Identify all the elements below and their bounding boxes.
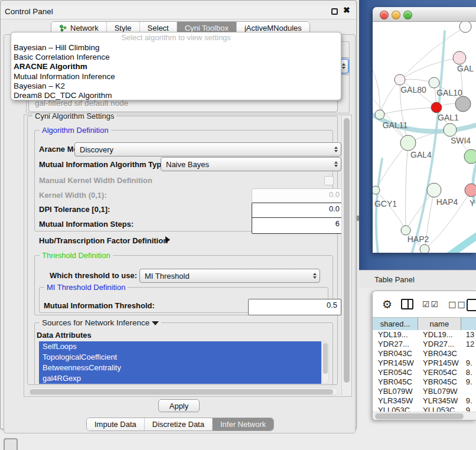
algorithm-dropdown-items: Bayesian – Hill ClimbingBasic Correlatio… (11, 43, 341, 100)
close-window-icon[interactable] (380, 11, 389, 19)
attribute-item[interactable]: SelfLoops (39, 341, 321, 352)
spinner-icon (331, 146, 341, 152)
table-cell: 9. (461, 396, 476, 406)
table-cell: YER054C (418, 368, 461, 377)
network-node[interactable] (373, 186, 380, 194)
network-node[interactable] (465, 184, 476, 197)
split-columns-icon[interactable] (401, 299, 413, 309)
mi-steps-field[interactable]: 6 (252, 217, 344, 234)
mi-threshold-field[interactable]: 0.5 (248, 299, 341, 315)
network-graph: GALGAL80GAL10GAL1GAL11SWI4GAL4GCY1HAP4YH… (373, 22, 476, 253)
algorithm-option[interactable]: Bayesian – Hill Climbing (11, 43, 341, 53)
sources-group-title[interactable]: Sources for Network Inference (40, 318, 161, 327)
table-horizontal-scrollbar-thumb[interactable] (375, 413, 464, 419)
tab-impute-data[interactable]: Impute Data (87, 418, 145, 431)
settings-horizontal-scrollbar[interactable] (27, 387, 338, 395)
which-threshold-select[interactable]: MI Threshold (139, 269, 320, 283)
network-node-label: Y (470, 198, 475, 208)
algorithm-option[interactable]: ARACNE Algorithm (11, 62, 341, 71)
hub-section-label[interactable]: Hub/Transcription Factor Definition (39, 236, 168, 245)
expand-arrow-icon[interactable] (165, 236, 170, 243)
attributes-scrollbar[interactable] (321, 341, 329, 384)
network-node[interactable] (453, 51, 466, 64)
network-node[interactable] (427, 183, 441, 197)
table-panel-title: Table Panel (374, 275, 415, 284)
table-row[interactable]: YLR345WYLR345W9. (373, 396, 476, 406)
close-panel-icon[interactable]: ✖ (343, 5, 350, 15)
unchecked-columns-icon[interactable]: □□ (448, 299, 466, 309)
control-panel-title: Control Panel (5, 7, 53, 16)
gear-icon[interactable]: ⚙ (382, 298, 392, 311)
column-header[interactable]: A (461, 317, 476, 331)
table-row[interactable]: YDL19...YDL19...13 (373, 330, 476, 340)
network-node[interactable] (455, 96, 471, 112)
network-node[interactable] (400, 135, 416, 151)
float-panel-icon[interactable] (331, 8, 338, 15)
network-window-titlebar[interactable] (373, 7, 476, 22)
aracne-mode-value: Discovery (80, 145, 113, 154)
minimize-window-icon[interactable] (392, 11, 400, 19)
network-node[interactable] (459, 22, 471, 32)
mi-type-value: Naive Bayes (166, 160, 209, 169)
algorithm-option[interactable]: Basic Correlation Inference (11, 53, 341, 62)
table-row[interactable]: YPR145WYPR145W9. (373, 358, 476, 368)
network-edge[interactable] (380, 107, 436, 115)
manual-kernel-checkbox[interactable] (324, 176, 334, 185)
network-node[interactable] (429, 77, 439, 88)
column-header[interactable]: name (418, 317, 461, 331)
application-screen: Control Panel ✖ NetworkStyleSelectCyni T… (0, 0, 476, 450)
control-panel-titlebar[interactable] (1, 5, 356, 19)
column-header[interactable]: shared... (373, 317, 418, 331)
panel-splitter-handle[interactable] (357, 216, 359, 221)
network-node[interactable] (431, 102, 442, 113)
network-node[interactable] (444, 123, 457, 136)
network-edge[interactable] (400, 58, 459, 80)
attributes-scrollbar-thumb[interactable] (323, 343, 328, 374)
settings-horizontal-scrollbar-thumb[interactable] (30, 389, 333, 394)
table-panel-titlebar[interactable]: Table Panel (359, 270, 476, 288)
clipped-grid-icon[interactable] (467, 299, 476, 311)
network-node[interactable] (464, 149, 476, 164)
table-row[interactable]: YBR043CYBR043C (373, 349, 476, 358)
tab-infer-network[interactable]: Infer Network (213, 418, 273, 431)
tab-discretize-data[interactable]: Discretize Data (145, 418, 213, 431)
table-row[interactable]: YBL079WYBL079W (373, 387, 476, 396)
zoom-window-icon[interactable] (403, 11, 412, 19)
mi-type-select[interactable]: Naive Bayes (161, 157, 341, 171)
attribute-item[interactable]: TopologicalCoefficient (39, 352, 321, 363)
table-cell: 9. (461, 358, 476, 368)
network-canvas[interactable]: GALGAL80GAL10GAL1GAL11SWI4GAL4GCY1HAP4YH… (373, 22, 476, 253)
network-node[interactable] (375, 110, 384, 119)
table-cell: 13 (461, 330, 476, 340)
network-node[interactable] (401, 226, 410, 235)
table-horizontal-scrollbar[interactable] (373, 412, 476, 420)
network-node[interactable] (420, 244, 429, 253)
which-threshold-label: Which threshold to use: (50, 271, 137, 280)
algorithm-option[interactable]: Dream8 DC_TDC Algorithm (11, 91, 341, 100)
manual-kernel-label: Manual Kernel Width Definition (39, 176, 152, 185)
settings-vertical-scrollbar[interactable] (341, 116, 351, 396)
network-edge-highlighted[interactable] (442, 230, 476, 253)
minimized-panel-button[interactable] (4, 438, 18, 450)
attribute-item[interactable]: BetweennessCentrality (39, 363, 321, 373)
algorithm-option[interactable]: Bayesian – K2 (11, 81, 341, 91)
table-cell: YPR145W (373, 358, 418, 368)
apply-button[interactable]: Apply (158, 399, 200, 412)
table-row[interactable]: YBR045CYBR045C9. (373, 377, 476, 387)
table-row[interactable]: YDR27...YDR27...12 (373, 340, 476, 349)
network-node[interactable] (395, 74, 405, 85)
table-cell: 9. (461, 377, 476, 387)
table-cell: YBL079W (373, 387, 418, 396)
network-edge[interactable] (406, 143, 409, 230)
table-rows: YDL19...YDL19...13YDR27...YDR27...12YBR0… (373, 330, 476, 415)
algorithm-option[interactable]: Mutual Information Inference (11, 72, 341, 81)
table-row[interactable]: YER054CYER054C8. (373, 368, 476, 377)
settings-vertical-scrollbar-thumb[interactable] (344, 118, 350, 383)
network-edge[interactable] (376, 190, 406, 230)
attribute-item[interactable]: gal4RGexp (39, 373, 321, 384)
network-edge[interactable] (380, 80, 400, 115)
aracne-mode-select[interactable]: Discovery (74, 142, 341, 156)
dpi-tolerance-field[interactable]: 0.0 (252, 203, 344, 219)
table-header-row: shared...nameA (373, 317, 476, 330)
checked-columns-icon[interactable]: ☑☑ (422, 299, 439, 309)
